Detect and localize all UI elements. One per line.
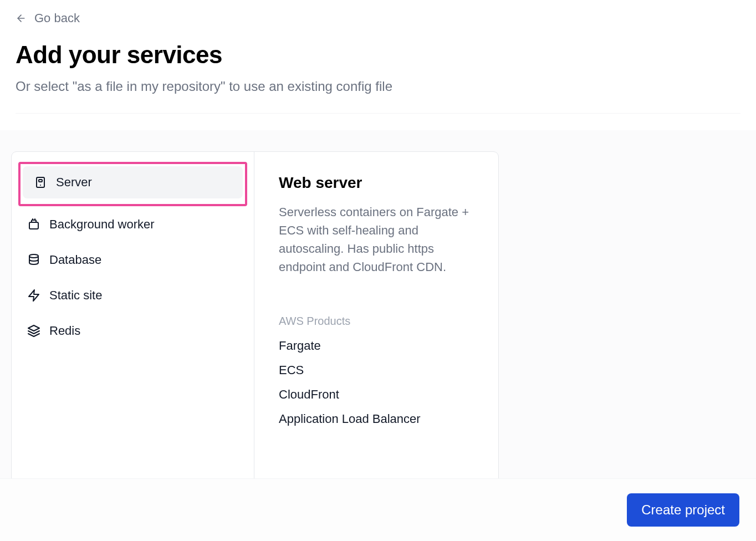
aws-products-label: AWS Products <box>279 315 476 328</box>
service-detail: Web server Serverless containers on Farg… <box>254 152 498 500</box>
arrow-left-icon <box>16 13 27 24</box>
svg-point-7 <box>29 254 38 258</box>
lightning-icon <box>27 289 40 302</box>
layers-icon <box>27 324 40 338</box>
sidebar-item-label: Database <box>49 253 101 267</box>
go-back-label: Go back <box>34 11 80 25</box>
aws-product: Fargate <box>279 339 476 353</box>
detail-description: Serverless containers on Fargate + ECS w… <box>279 203 476 276</box>
server-icon <box>34 176 47 189</box>
svg-rect-2 <box>39 180 42 182</box>
highlight-box: Server <box>18 162 247 206</box>
sidebar-item-database[interactable]: Database <box>16 244 249 276</box>
svg-marker-8 <box>29 290 39 301</box>
sidebar-item-server[interactable]: Server <box>23 166 243 198</box>
aws-product: CloudFront <box>279 387 476 402</box>
sidebar-item-redis[interactable]: Redis <box>16 315 249 347</box>
page-subtitle: Or select "as a file in my repository" t… <box>16 79 740 94</box>
services-sidebar: Server Background worker <box>12 152 254 500</box>
divider <box>16 113 740 114</box>
aws-product: ECS <box>279 363 476 377</box>
go-back-button[interactable]: Go back <box>16 11 80 25</box>
sidebar-item-label: Server <box>56 175 92 190</box>
page-header: Go back Add your services Or select "as … <box>0 0 756 130</box>
detail-title: Web server <box>279 174 476 192</box>
sidebar-item-static-site[interactable]: Static site <box>16 279 249 312</box>
sidebar-item-label: Static site <box>49 288 102 303</box>
sidebar-item-label: Redis <box>49 324 80 338</box>
footer: Create project <box>0 478 756 541</box>
page-title: Add your services <box>16 41 740 69</box>
content-area: Server Background worker <box>0 130 756 518</box>
services-card: Server Background worker <box>11 151 499 501</box>
svg-rect-4 <box>29 222 38 229</box>
sidebar-item-background-worker[interactable]: Background worker <box>16 208 249 241</box>
create-project-button[interactable]: Create project <box>627 493 739 527</box>
database-icon <box>27 253 40 267</box>
background-worker-icon <box>27 218 40 231</box>
sidebar-item-label: Background worker <box>49 217 155 232</box>
svg-marker-9 <box>28 325 39 331</box>
aws-product: Application Load Balancer <box>279 412 476 426</box>
